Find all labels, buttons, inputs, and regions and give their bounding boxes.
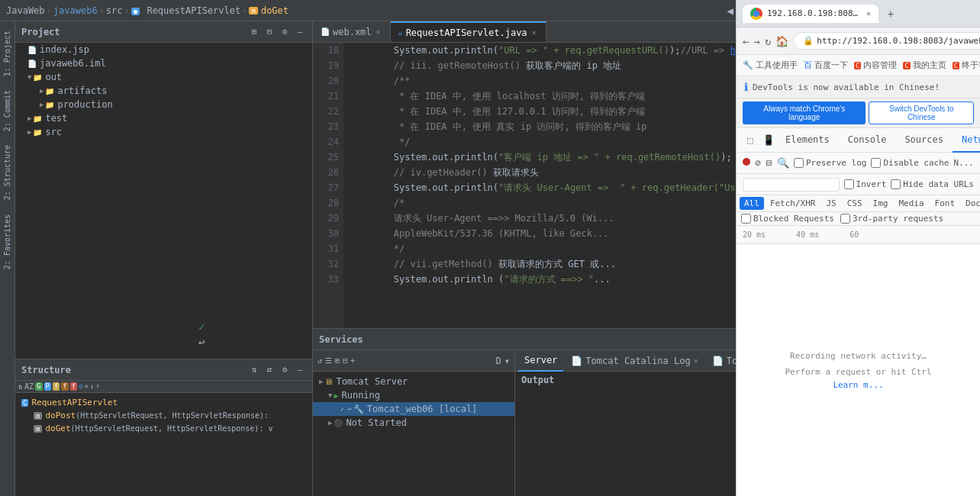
hide-data-urls-check[interactable] — [891, 179, 901, 189]
filter-js[interactable]: JS — [821, 197, 840, 210]
settings-icon[interactable]: ⚙ — [279, 26, 291, 38]
collapse-all-icon[interactable]: ⊟ — [263, 26, 276, 38]
hide-data-urls-checkbox[interactable]: Hide data URLs — [891, 179, 974, 189]
s-tab-catalina[interactable]: 📄 Tomcat Catalina Log ✕ — [565, 350, 704, 372]
struct-icon5[interactable]: f — [53, 382, 60, 391]
filter-all[interactable]: All — [740, 197, 764, 210]
inspect-icon[interactable]: ⬚ — [743, 133, 758, 148]
service-tomcat-web06[interactable]: ✓ ↩ 🔧 Tomcat_web06 [local] — [313, 402, 514, 416]
struct-icon3[interactable]: G — [35, 382, 42, 391]
struct-dopost-item[interactable]: m doPost (HttpServletRequest, HttpServle… — [18, 409, 309, 422]
tab-requestapi[interactable]: ☕ RequestAPIServlet.java ✕ — [391, 21, 546, 43]
struct-icon10[interactable]: ↓ — [90, 382, 94, 391]
vtab-commit[interactable]: 2: Commit — [2, 84, 13, 137]
disable-cache-checkbox[interactable]: Disable cache — [871, 158, 949, 168]
tree-item-out[interactable]: ▼ 📁 out — [15, 70, 312, 84]
close-panel-icon[interactable]: — — [294, 26, 306, 38]
bookmark-more[interactable]: C 终于等 — [953, 60, 980, 71]
filter-media[interactable]: Media — [894, 197, 928, 210]
services-tb-add[interactable]: + — [350, 356, 355, 365]
service-tomcat-server[interactable]: ▶ 🖥 Tomcat Server — [313, 375, 514, 388]
bookmark-baidu[interactable]: 百 百度一下 — [804, 60, 848, 71]
sort-type-icon[interactable]: ⇄ — [263, 364, 276, 376]
dt-tab-sources[interactable]: Sources — [895, 128, 953, 153]
new-tab-btn[interactable]: + — [882, 5, 900, 23]
forward-btn[interactable]: → — [753, 32, 759, 50]
back-btn[interactable]: ← — [743, 32, 749, 50]
disable-cache-input[interactable] — [871, 158, 881, 168]
tree-item-artifacts[interactable]: ▶ 📁 artifacts — [15, 84, 312, 98]
tree-item-iml[interactable]: 📄 javaweb6.iml — [15, 56, 312, 70]
tree-item-src[interactable]: ▶ 📁 src — [15, 125, 312, 139]
switch-devtools-btn[interactable]: Switch DevTools to Chinese — [869, 101, 974, 124]
vtab-structure[interactable]: 2: Structure — [2, 139, 13, 206]
struct-icon6[interactable]: f — [61, 382, 68, 391]
struct-icon1[interactable]: ⇅ — [18, 382, 23, 391]
tab-close-btn[interactable]: ✕ — [866, 9, 871, 18]
catalina-close[interactable]: ✕ — [694, 356, 698, 365]
services-tb-reload[interactable]: ↺ — [318, 356, 322, 365]
class-badge: C — [21, 399, 28, 407]
tab-requestapi-close[interactable]: ✕ — [530, 28, 538, 37]
struct-icon9[interactable]: ✕ — [85, 382, 89, 391]
blocked-check[interactable] — [741, 214, 751, 224]
dt-tab-network[interactable]: Network — [953, 128, 980, 153]
services-tb-list[interactable]: ☰ — [325, 356, 332, 365]
service-not-started[interactable]: ▶ ⚫ Not Started — [313, 416, 514, 430]
folder-icon-out: 📁 — [33, 73, 42, 82]
search-icon[interactable]: 🔍 — [777, 156, 789, 171]
device-icon[interactable]: 📱 — [761, 133, 776, 148]
tab-webxml-close[interactable]: ✕ — [375, 27, 382, 36]
bookmark-home[interactable]: C 我的主页 — [903, 60, 946, 71]
invert-checkbox[interactable]: Invert — [844, 179, 887, 189]
bookmark-content[interactable]: C 内容管理 — [854, 60, 897, 71]
struct-icon2[interactable]: AZ — [24, 382, 34, 391]
home-btn[interactable]: 🏠 — [775, 32, 788, 50]
reload-btn[interactable]: ↻ — [765, 32, 771, 50]
struct-icon8[interactable]: ◎ — [79, 382, 82, 391]
third-party-check[interactable] — [840, 214, 850, 224]
clear-icon[interactable]: ⊘ — [755, 156, 761, 171]
filter-font[interactable]: Font — [930, 197, 960, 210]
browser-nav: ← → ↻ 🏠 🔒 http://192.168.0.198:8083/java… — [737, 27, 980, 55]
services-tb-filter2[interactable]: ⊟ — [343, 356, 347, 365]
expand-all-icon[interactable]: ⊞ — [248, 26, 260, 38]
structure-settings-icon[interactable]: ⚙ — [279, 364, 291, 376]
filter-fetchxhr[interactable]: Fetch/XHR — [766, 197, 820, 210]
structure-close-icon[interactable]: — — [294, 364, 306, 376]
s-tab-server[interactable]: Server — [518, 350, 563, 372]
bookmark-tools[interactable]: 🔧 工具使用手 — [743, 60, 798, 71]
filter-input[interactable] — [743, 178, 840, 192]
services-tb-group2[interactable]: ⊞ — [335, 356, 340, 365]
invert-label: Invert — [856, 179, 887, 189]
preserve-checkbox[interactable]: Preserve log — [794, 158, 866, 168]
tab-webxml[interactable]: 📄 web.xml ✕ — [313, 21, 391, 43]
filter-css[interactable]: CSS — [843, 197, 867, 210]
struct-icon7[interactable]: f — [70, 382, 77, 391]
struct-icon4[interactable]: P — [44, 382, 51, 391]
struct-icon11[interactable]: ↑ — [95, 382, 99, 391]
invert-check[interactable] — [844, 179, 854, 189]
filter-doc[interactable]: Doc — [961, 197, 980, 210]
filter-img[interactable]: Img — [869, 197, 893, 210]
third-party-checkbox[interactable]: 3rd-party requests — [840, 214, 943, 224]
struct-doget-item[interactable]: m doGet (HttpServletRequest, HttpServlet… — [18, 422, 309, 435]
struct-class-item[interactable]: C RequestAPIServlet — [18, 396, 309, 409]
vtab-favorites[interactable]: 2: Favorites — [2, 208, 13, 275]
match-language-btn[interactable]: Always match Chrome's language — [743, 101, 866, 124]
tree-item-test[interactable]: ▶ 📁 test — [15, 111, 312, 125]
sort-alpha-icon[interactable]: ⇅ — [248, 364, 260, 376]
dt-tab-elements[interactable]: Elements — [776, 128, 839, 153]
dt-tab-console[interactable]: Console — [839, 128, 896, 153]
tree-item-production[interactable]: ▶ 📁 production — [15, 98, 312, 111]
service-running[interactable]: ▼ ▶ Running — [313, 388, 514, 402]
d-dropdown[interactable]: D ▾ — [496, 356, 510, 366]
vtab-project[interactable]: 1: Project — [2, 24, 13, 82]
tree-item-index-jsp[interactable]: 📄 index.jsp — [15, 43, 312, 56]
blocked-checkbox[interactable]: Blocked Requests — [741, 214, 834, 224]
address-bar[interactable]: 🔒 http://192.168.0.198:8083/javaweb6_war… — [793, 32, 980, 50]
back-icon[interactable]: ◀ — [727, 5, 733, 17]
browser-tab-main[interactable]: 192.168.0.198:8083/javaw... ✕ — [743, 5, 878, 23]
filter-icon[interactable]: ⊟ — [766, 156, 772, 171]
preserve-check-input[interactable] — [794, 158, 804, 168]
